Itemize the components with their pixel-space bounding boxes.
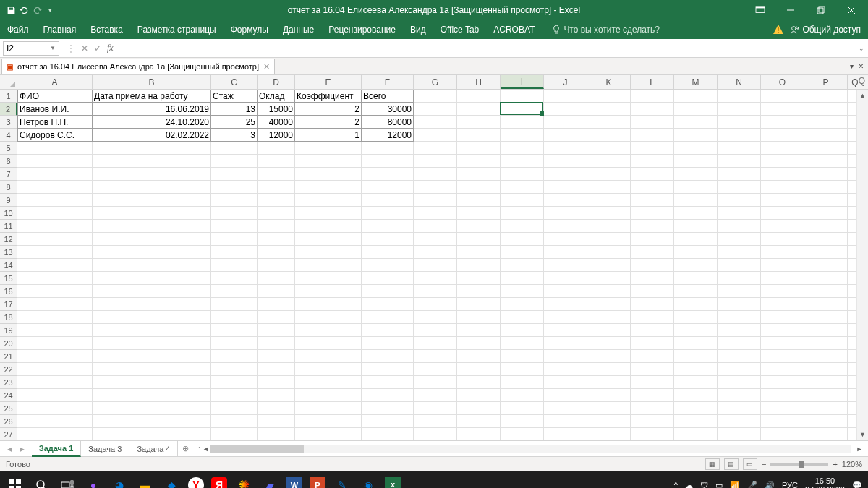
cell-P23[interactable] (804, 376, 848, 389)
cell-J11[interactable] (544, 220, 587, 233)
cell-L24[interactable] (631, 389, 674, 402)
cell-C23[interactable] (211, 376, 258, 389)
cell-L26[interactable] (631, 415, 674, 428)
cell-J9[interactable] (544, 194, 587, 207)
cell-L15[interactable] (631, 272, 674, 285)
taskbar-app-1[interactable]: ● (84, 476, 103, 488)
ribbon-tab-office-tab[interactable]: Office Tab (433, 20, 487, 39)
cell-F26[interactable] (362, 415, 414, 428)
cell-K27[interactable] (587, 428, 631, 440)
cell-D2[interactable]: 15000 (258, 103, 295, 116)
cell-O10[interactable] (761, 207, 804, 220)
cell-G20[interactable] (414, 337, 457, 350)
tray-volume-icon[interactable]: 🔊 (765, 481, 775, 489)
cell-A27[interactable] (17, 428, 93, 440)
ribbon-tab-вид[interactable]: Вид (403, 20, 433, 39)
yandex-icon[interactable]: Y (188, 477, 204, 488)
cell-L5[interactable] (631, 142, 674, 155)
cell-E21[interactable] (295, 350, 362, 363)
cell-N8[interactable] (718, 181, 761, 194)
add-sheet-button[interactable]: ⊕ (178, 444, 192, 453)
taskbar-app-2[interactable]: ◆ (162, 476, 181, 488)
cell-I14[interactable] (501, 259, 544, 272)
cell-L7[interactable] (631, 168, 674, 181)
cell-M23[interactable] (674, 376, 718, 389)
cell-A21[interactable] (17, 350, 93, 363)
cell-B12[interactable] (93, 233, 211, 246)
column-header-H[interactable]: H (457, 75, 501, 89)
tray-security-icon[interactable]: 🛡 (700, 481, 708, 488)
cell-J20[interactable] (544, 337, 587, 350)
cell-H11[interactable] (457, 220, 501, 233)
cell-G8[interactable] (414, 181, 457, 194)
cell-O8[interactable] (761, 181, 804, 194)
cell-K9[interactable] (587, 194, 631, 207)
cell-L4[interactable] (631, 129, 674, 142)
start-button[interactable] (6, 476, 25, 488)
cell-D11[interactable] (258, 220, 295, 233)
scroll-thumb[interactable] (210, 445, 304, 453)
sheet-tab-1[interactable]: Задача 3 (81, 441, 129, 457)
cell-O1[interactable] (761, 90, 804, 103)
cell-N7[interactable] (718, 168, 761, 181)
cell-G4[interactable] (414, 129, 457, 142)
cell-L17[interactable] (631, 298, 674, 311)
cell-B14[interactable] (93, 259, 211, 272)
zoom-level[interactable]: 120% (842, 460, 862, 468)
cell-E14[interactable] (295, 259, 362, 272)
cell-E12[interactable] (295, 233, 362, 246)
row-header-15[interactable]: 15 (0, 272, 17, 285)
cell-I23[interactable] (501, 376, 544, 389)
cell-C14[interactable] (211, 259, 258, 272)
cell-O6[interactable] (761, 155, 804, 168)
cell-P14[interactable] (804, 259, 848, 272)
cell-K8[interactable] (587, 181, 631, 194)
tray-wifi-icon[interactable]: 📶 (730, 481, 740, 489)
vertical-scrollbar[interactable]: ▲ ▼ (856, 90, 868, 440)
cell-A13[interactable] (17, 246, 93, 259)
cell-G18[interactable] (414, 311, 457, 324)
cell-E24[interactable] (295, 389, 362, 402)
column-header-A[interactable]: A (17, 75, 93, 89)
cell-L27[interactable] (631, 428, 674, 440)
fx-icon[interactable]: fx (107, 43, 120, 53)
cell-H26[interactable] (457, 415, 501, 428)
cell-D12[interactable] (258, 233, 295, 246)
row-header-20[interactable]: 20 (0, 337, 17, 350)
cell-M20[interactable] (674, 337, 718, 350)
cell-C10[interactable] (211, 207, 258, 220)
cell-K23[interactable] (587, 376, 631, 389)
cell-F7[interactable] (362, 168, 414, 181)
cell-E17[interactable] (295, 298, 362, 311)
ribbon-tab-рецензирование[interactable]: Рецензирование (321, 20, 403, 39)
row-header-27[interactable]: 27 (0, 428, 17, 440)
cell-L16[interactable] (631, 285, 674, 298)
cell-B25[interactable] (93, 402, 211, 415)
cell-A24[interactable] (17, 389, 93, 402)
cell-D5[interactable] (258, 142, 295, 155)
maximize-button[interactable] (810, 1, 832, 19)
ya-icon[interactable]: Я (211, 477, 227, 488)
cell-J7[interactable] (544, 168, 587, 181)
cell-O17[interactable] (761, 298, 804, 311)
row-header-21[interactable]: 21 (0, 350, 17, 363)
cell-H24[interactable] (457, 389, 501, 402)
cell-K3[interactable] (587, 116, 631, 129)
cell-P5[interactable] (804, 142, 848, 155)
row-header-3[interactable]: 3 (0, 116, 17, 129)
formula-expand-icon[interactable]: ⌄ (855, 45, 868, 52)
cell-C5[interactable] (211, 142, 258, 155)
cell-K11[interactable] (587, 220, 631, 233)
cell-G7[interactable] (414, 168, 457, 181)
cell-D21[interactable] (258, 350, 295, 363)
row-header-10[interactable]: 10 (0, 207, 17, 220)
cell-I16[interactable] (501, 285, 544, 298)
cell-C24[interactable] (211, 389, 258, 402)
cell-J27[interactable] (544, 428, 587, 440)
cell-F25[interactable] (362, 402, 414, 415)
file-explorer-icon[interactable]: ▬ (136, 476, 155, 488)
cell-I4[interactable] (501, 129, 544, 142)
cell-G15[interactable] (414, 272, 457, 285)
cell-K12[interactable] (587, 233, 631, 246)
cell-I7[interactable] (501, 168, 544, 181)
